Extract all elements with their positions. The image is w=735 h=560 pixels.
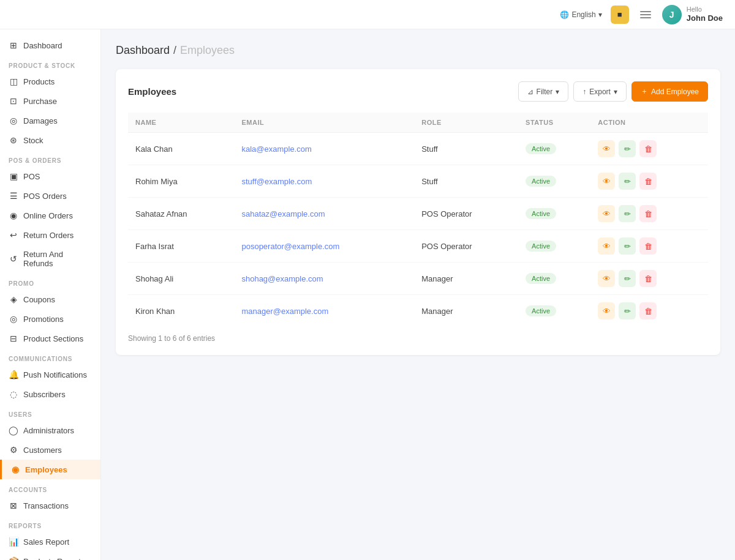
sidebar-item-sales-report[interactable]: 📊Sales Report <box>0 532 100 551</box>
notification-button[interactable]: ■ <box>611 6 629 24</box>
products-icon: ◫ <box>9 77 18 86</box>
edit-button[interactable]: ✏ <box>619 173 636 190</box>
view-button[interactable]: 👁 <box>598 270 615 287</box>
status-badge: Active <box>526 305 556 316</box>
sidebar-item-subscribers[interactable]: ◌Subscribers <box>0 384 100 404</box>
menu-button[interactable] <box>638 9 654 21</box>
promotions-icon: ◎ <box>9 314 18 324</box>
sidebar-item-coupons[interactable]: ◈Coupons <box>0 289 100 309</box>
sidebar-item-online-orders[interactable]: ◉Online Orders <box>0 206 100 225</box>
transactions-icon: ⊠ <box>9 501 18 510</box>
table-row: Farha Isratposoperator@example.comPOS Op… <box>128 230 708 263</box>
cell-status: Active <box>518 263 590 295</box>
language-selector[interactable]: 🌐 English ▾ <box>560 10 601 19</box>
sidebar-section-reports: Reports <box>0 515 100 532</box>
sidebar-item-administrators[interactable]: ◯Administrators <box>0 420 100 440</box>
sidebar-item-product-sections[interactable]: ⊟Product Sections <box>0 329 100 348</box>
products-report-icon: 📦 <box>9 556 18 560</box>
sidebar-item-push-notifications[interactable]: 🔔Push Notifications <box>0 365 100 384</box>
cell-status: Active <box>518 198 590 230</box>
cell-status: Active <box>518 230 590 263</box>
cell-name: Farha Israt <box>128 230 234 263</box>
sidebar-section-pos-&-orders: POS & Orders <box>0 150 100 166</box>
breadcrumb-current: Employees <box>180 44 235 57</box>
edit-button[interactable]: ✏ <box>619 140 636 157</box>
language-label: English <box>571 10 595 19</box>
delete-button[interactable]: 🗑 <box>639 140 657 157</box>
cell-action: 👁✏🗑 <box>590 230 708 263</box>
view-button[interactable]: 👁 <box>598 140 615 157</box>
sidebar-item-damages[interactable]: ◎Damages <box>0 111 100 130</box>
delete-button[interactable]: 🗑 <box>639 270 657 287</box>
user-profile[interactable]: J Hello John Doe <box>662 5 723 24</box>
sidebar-label-customers: Customers <box>23 446 62 455</box>
filter-icon: ⊿ <box>527 88 533 96</box>
sidebar-item-return-orders[interactable]: ↩Return Orders <box>0 225 100 245</box>
customers-icon: ⚙ <box>9 445 18 455</box>
view-button[interactable]: 👁 <box>598 302 615 319</box>
table-header: NAME EMAIL ROLE STATUS ACTION <box>128 113 708 133</box>
sidebar-label-push-notifications: Push Notifications <box>23 370 87 379</box>
delete-button[interactable]: 🗑 <box>639 302 657 319</box>
sidebar: ⊞DashboardProduct & Stock◫Products⊡Purch… <box>0 29 101 560</box>
edit-button[interactable]: ✏ <box>619 205 636 222</box>
edit-button[interactable]: ✏ <box>619 302 636 319</box>
sidebar-section-users: Users <box>0 404 100 420</box>
sidebar-item-customers[interactable]: ⚙Customers <box>0 440 100 460</box>
sidebar-label-product-sections: Product Sections <box>23 334 83 343</box>
col-email: EMAIL <box>234 113 414 133</box>
cell-status: Active <box>518 165 590 198</box>
damages-icon: ◎ <box>9 116 18 125</box>
status-badge: Active <box>526 176 556 187</box>
card-title: Employees <box>128 86 176 97</box>
sidebar-section-communications: Communications <box>0 348 100 365</box>
export-button[interactable]: ↑ Export ▾ <box>573 81 627 102</box>
push-notifications-icon: 🔔 <box>9 370 18 379</box>
sidebar-label-stock: Stock <box>23 136 43 145</box>
flag-icon: 🌐 <box>560 10 569 19</box>
cell-name: Shohag Ali <box>128 263 234 295</box>
sidebar-item-products-report[interactable]: 📦Products Report <box>0 551 100 560</box>
cell-status: Active <box>518 133 590 165</box>
sidebar-label-purchase: Purchase <box>23 97 57 106</box>
employees-table: NAME EMAIL ROLE STATUS ACTION Kala Chank… <box>128 113 708 327</box>
sidebar-label-subscribers: Subscribers <box>23 390 66 399</box>
delete-button[interactable]: 🗑 <box>639 237 657 255</box>
edit-button[interactable]: ✏ <box>619 237 636 255</box>
status-badge: Active <box>526 208 556 219</box>
view-button[interactable]: 👁 <box>598 237 615 255</box>
filter-button[interactable]: ⊿ Filter ▾ <box>518 81 569 102</box>
sidebar-item-pos[interactable]: ▣POS <box>0 166 100 186</box>
sidebar-label-return-refunds: Return And Refunds <box>23 250 92 268</box>
view-button[interactable]: 👁 <box>598 205 615 222</box>
col-name: NAME <box>128 113 234 133</box>
add-employee-button[interactable]: ＋ Add Employee <box>631 81 708 102</box>
chevron-down-icon: ▾ <box>614 88 617 96</box>
edit-button[interactable]: ✏ <box>619 270 636 287</box>
view-button[interactable]: 👁 <box>598 173 615 190</box>
table-row: Kiron Khanmanager@example.comManagerActi… <box>128 295 708 327</box>
breadcrumb-parent[interactable]: Dashboard <box>116 44 170 57</box>
cell-email: posoperator@example.com <box>234 230 414 263</box>
cell-action: 👁✏🗑 <box>590 263 708 295</box>
sidebar-item-dashboard[interactable]: ⊞Dashboard <box>0 35 100 55</box>
cell-email: stuff@example.com <box>234 165 414 198</box>
sidebar-item-return-refunds[interactable]: ↺Return And Refunds <box>0 245 100 273</box>
sidebar-item-products[interactable]: ◫Products <box>0 72 100 91</box>
cell-role: POS Operator <box>414 198 518 230</box>
status-badge: Active <box>526 273 556 284</box>
sidebar-label-coupons: Coupons <box>23 295 55 304</box>
table-row: Rohim Miyastuff@example.comStuffActive👁✏… <box>128 165 708 198</box>
sidebar-item-employees[interactable]: ◉Employees <box>0 460 100 479</box>
return-refunds-icon: ↺ <box>9 254 18 264</box>
delete-button[interactable]: 🗑 <box>639 205 657 222</box>
sidebar-item-transactions[interactable]: ⊠Transactions <box>0 496 100 515</box>
sidebar-item-purchase[interactable]: ⊡Purchase <box>0 91 100 111</box>
sidebar-item-promotions[interactable]: ◎Promotions <box>0 309 100 329</box>
sidebar-item-pos-orders[interactable]: ☰POS Orders <box>0 186 100 206</box>
sidebar-item-stock[interactable]: ⊛Stock <box>0 130 100 150</box>
action-icons: 👁✏🗑 <box>598 205 701 222</box>
delete-button[interactable]: 🗑 <box>639 173 657 190</box>
sidebar-label-products: Products <box>23 77 55 86</box>
sidebar-section-accounts: Accounts <box>0 479 100 496</box>
